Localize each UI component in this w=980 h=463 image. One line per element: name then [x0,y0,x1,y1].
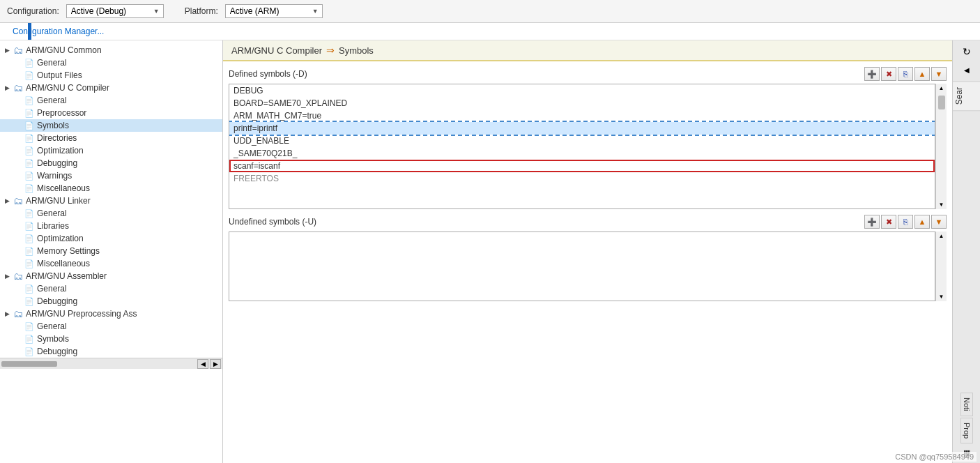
defined-list-scroll: ▲ ▼ [935,84,947,209]
blue-accent [28,23,31,40]
tree-item[interactable]: 📄Preprocessor [0,107,222,119]
defined-symbol-item[interactable]: FREERTOS [229,172,935,185]
back-icon[interactable]: ◀ [959,62,974,77]
config-manager-bar: Configuration Manager... [0,23,980,40]
tree-collapse-icon[interactable]: ▶ [3,310,11,318]
defined-scroll-down[interactable]: ▼ [937,200,946,209]
platform-select-wrap[interactable]: Active (ARM) [225,4,323,18]
doc-icon: 📄 [24,108,35,118]
defined-symbol-item[interactable]: printf=iprintf [229,122,935,135]
tree-item[interactable]: ▶🗂ARM/GNU C Compiler [0,82,222,94]
undefined-symbols-title: Undefined symbols (-U) [229,217,316,227]
tree-collapse-icon[interactable]: ▶ [3,197,11,205]
tree-item[interactable]: ▶🗂ARM/GNU Common [0,44,222,56]
section-header-part2: Symbols [339,45,374,56]
tree-item-label: General [37,96,67,105]
folder-icon: 🗂 [13,83,24,93]
doc-icon: 📄 [24,246,35,256]
tree-item[interactable]: 📄Output Files [0,69,222,82]
platform-select[interactable]: Active (ARM) [225,4,323,18]
tree-item[interactable]: 📄Memory Settings [0,245,222,257]
tree-spacer [14,134,22,142]
tree-item[interactable]: ▶🗂ARM/GNU Linker [0,195,222,207]
tree-item[interactable]: 📄General [0,207,222,220]
tree-item[interactable]: 📄Debugging [0,295,222,308]
defined-symbol-item[interactable]: ARM_MATH_CM7=true [229,109,935,122]
tree-spacer [14,209,22,218]
defined-add-btn[interactable]: ➕ [864,67,880,81]
undefined-list-scroll: ▲ ▼ [935,232,947,301]
doc-icon: 📄 [24,58,35,68]
tree-hscroll[interactable]: ◀ ▶ [0,358,222,369]
tree-nav-left[interactable]: ◀ [197,359,208,369]
defined-symbol-item[interactable]: _SAME70Q21B_ [229,147,935,160]
search-panel[interactable]: Sear [953,81,980,111]
defined-copy-btn[interactable]: ⎘ [898,67,913,81]
defined-symbol-item[interactable]: BOARD=SAME70_XPLAINED [229,97,935,109]
defined-symbol-item[interactable]: UDD_ENABLE [229,135,935,147]
tree-item-label: Preprocessor [37,108,86,118]
tree-spacer [14,247,22,255]
defined-scroll-thumb [938,96,945,109]
tree-collapse-icon[interactable]: ▶ [3,84,11,92]
tree-item[interactable]: 📄Warnings [0,169,222,182]
tree-item-label: Debugging [37,296,77,306]
tree-item[interactable]: 📄Debugging [0,157,222,169]
tree-item-label: ARM/GNU Preprocessing Ass [26,309,137,319]
refresh-icon[interactable]: ↻ [959,44,974,59]
tree-item[interactable]: 📄Optimization [0,232,222,245]
tree-collapse-icon[interactable]: ▶ [3,46,11,54]
notifications-tab[interactable]: Noti [960,393,973,416]
defined-symbol-item[interactable]: scanf=iscanf [229,160,935,172]
tree-spacer [14,121,22,130]
tree-collapse-icon[interactable]: ▶ [3,272,11,280]
tree-item[interactable]: 📄Symbols [0,119,222,132]
tree-nav-right[interactable]: ▶ [210,359,221,369]
defined-remove-btn[interactable]: ✖ [881,67,896,81]
tree-hscroll-thumb [1,361,57,367]
tree-item-label: ARM/GNU Linker [26,196,91,206]
tree-item[interactable]: 📄Debugging [0,345,222,358]
undefined-up-btn[interactable]: ▲ [914,215,930,229]
tree-item[interactable]: 📄Libraries [0,220,222,232]
properties-tab[interactable]: Prop [960,418,973,443]
tree-item[interactable]: ▶🗂ARM/GNU Assembler [0,270,222,282]
doc-icon: 📄 [24,171,35,181]
defined-symbols-toolbar: ➕ ✖ ⎘ ▲ ▼ [864,67,947,81]
config-manager-link[interactable]: Configuration Manager... [13,26,104,36]
tree-item[interactable]: 📄Miscellaneous [0,182,222,195]
undefined-symbols-list[interactable] [229,232,935,301]
doc-icon: 📄 [24,347,35,356]
undefined-down-btn[interactable]: ▼ [931,215,947,229]
defined-down-btn[interactable]: ▼ [931,67,947,81]
tree-item[interactable]: 📄Symbols [0,333,222,345]
undefined-scroll-up[interactable]: ▲ [937,232,946,241]
defined-symbol-item[interactable]: DEBUG [229,84,935,97]
tree-item[interactable]: ▶🗂ARM/GNU Preprocessing Ass [0,308,222,320]
tree-item[interactable]: 📄General [0,94,222,107]
undefined-copy-btn[interactable]: ⎘ [898,215,913,229]
config-select[interactable]: Active (Debug) [66,4,164,18]
tree-item[interactable]: 📄General [0,56,222,69]
folder-icon: 🗂 [13,45,24,55]
tree-item[interactable]: 📄Optimization [0,144,222,157]
config-select-wrap[interactable]: Active (Debug) [66,4,164,18]
tree-item-label: Symbols [37,334,69,344]
tree-spacer [14,234,22,243]
undefined-scroll-down[interactable]: ▼ [937,292,946,301]
tree-spacer [14,284,22,293]
tree-item[interactable]: 📄Directories [0,132,222,144]
tree-item-label: General [37,58,67,68]
defined-up-btn[interactable]: ▲ [914,67,930,81]
tree-item[interactable]: 📄Miscellaneous [0,257,222,270]
defined-scroll-up[interactable]: ▲ [937,84,946,93]
defined-symbols-list[interactable]: DEBUGBOARD=SAME70_XPLAINEDARM_MATH_CM7=t… [229,84,935,209]
undefined-add-btn[interactable]: ➕ [864,215,880,229]
undefined-list-container: ▲ ▼ [229,232,947,301]
tree-item-label: Optimization [37,146,84,155]
tree-item-label: Output Files [37,70,82,80]
tree-spacer [14,184,22,192]
tree-item[interactable]: 📄General [0,320,222,333]
tree-item[interactable]: 📄General [0,282,222,295]
undefined-remove-btn[interactable]: ✖ [881,215,896,229]
